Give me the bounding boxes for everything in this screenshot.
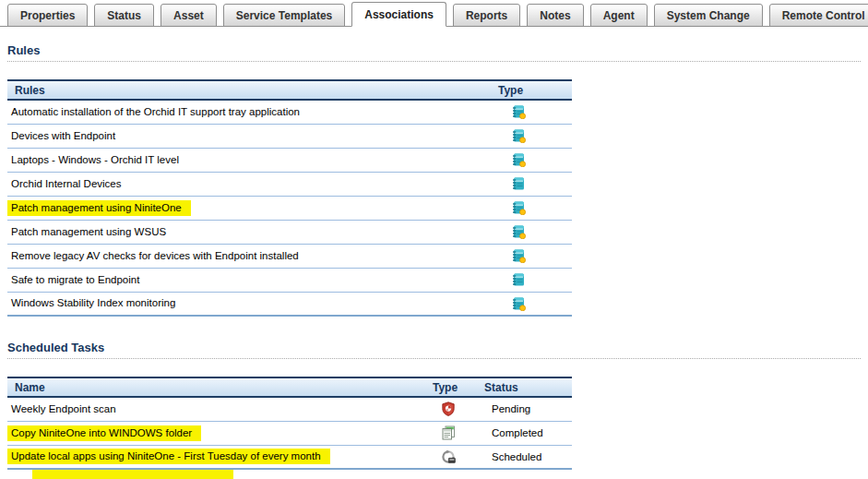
tab-bar: Properties Status Asset Service Template… <box>0 0 868 27</box>
rule-book-badged-icon <box>511 296 526 311</box>
tab-remote-control[interactable]: Remote Control <box>769 4 868 27</box>
rule-book-badged-icon <box>511 248 526 263</box>
section-divider <box>7 61 861 62</box>
task-name: Weekly Endpoint scan <box>7 401 125 417</box>
rule-name: Windows Stability Index monitoring <box>7 295 184 311</box>
task-status: Pending <box>480 397 572 421</box>
rules-section-heading: Rules <box>7 43 861 57</box>
table-row[interactable]: Laptops - Windows - Orchid IT level <box>7 148 572 172</box>
rule-book-badged-icon <box>511 200 526 215</box>
rule-book-badged-icon <box>511 152 526 167</box>
tab-reports[interactable]: Reports <box>453 4 520 27</box>
table-row[interactable]: Remove legacy AV checks for devices with… <box>7 244 572 268</box>
type-column-header: Type <box>426 377 480 397</box>
tasks-table-header-row: Name Type Status <box>7 377 572 397</box>
table-row[interactable]: Patch management using NiniteOne <box>7 196 572 220</box>
task-status: Scheduled <box>480 445 572 469</box>
tab-agent[interactable]: Agent <box>590 4 648 27</box>
table-row[interactable]: Devices with Endpoint <box>7 124 572 148</box>
table-row[interactable]: Copy NiniteOne into WINDOWS folder Compl… <box>7 421 572 445</box>
table-row[interactable]: Automatic installation of the Orchid IT … <box>7 100 572 124</box>
update-app-icon <box>441 449 456 464</box>
tab-service-templates[interactable]: Service Templates <box>223 4 346 27</box>
task-name-highlighted: Update local apps using NiniteOne - Firs… <box>7 449 330 464</box>
tab-properties[interactable]: Properties <box>7 4 88 27</box>
name-column-header: Name <box>7 377 426 397</box>
copy-documents-icon <box>441 425 456 440</box>
rule-name: Remove legacy AV checks for devices with… <box>7 248 308 264</box>
rule-name: Patch management using WSUS <box>7 224 175 240</box>
rule-book-badged-icon <box>511 104 526 119</box>
tab-notes[interactable]: Notes <box>527 4 583 27</box>
table-row[interactable]: Windows Stability Index monitoring <box>7 292 572 316</box>
scheduled-tasks-section-heading: Scheduled Tasks <box>7 341 861 354</box>
table-row[interactable]: Orchid Internal Devices <box>7 172 572 196</box>
task-name-highlighted: Copy NiniteOne into WINDOWS folder <box>7 425 201 441</box>
status-column-header: Status <box>480 377 572 397</box>
rule-name: Orchid Internal Devices <box>7 176 131 192</box>
rule-book-icon <box>511 272 526 287</box>
partial-highlight-row <box>32 470 233 479</box>
task-status: Completed <box>480 421 572 445</box>
rules-column-header: Rules <box>7 80 487 100</box>
rule-book-icon <box>511 176 526 191</box>
tab-system-change[interactable]: System Change <box>654 4 763 27</box>
rule-name-highlighted: Patch management using NiniteOne <box>7 200 191 216</box>
rule-name: Automatic installation of the Orchid IT … <box>7 104 309 120</box>
table-row[interactable]: Weekly Endpoint scan Pending <box>7 397 572 421</box>
rules-table: Rules Type Automatic installation of the… <box>7 79 572 317</box>
rule-name: Devices with Endpoint <box>7 128 125 144</box>
type-column-header: Type <box>487 80 572 100</box>
rule-name: Laptops - Windows - Orchid IT level <box>7 152 188 168</box>
scheduled-tasks-table: Name Type Status Weekly Endpoint scan Pe… <box>7 377 572 470</box>
tab-asset[interactable]: Asset <box>161 4 217 27</box>
table-row[interactable]: Patch management using WSUS <box>7 220 572 244</box>
rules-table-header-row: Rules Type <box>7 80 572 100</box>
rule-name: Safe to migrate to Endpoint <box>7 272 149 288</box>
rule-book-badged-icon <box>511 128 526 143</box>
shield-scan-icon <box>441 401 456 416</box>
tab-associations[interactable]: Associations <box>351 2 446 27</box>
section-divider <box>7 358 861 359</box>
table-row[interactable]: Safe to migrate to Endpoint <box>7 268 572 292</box>
tab-status[interactable]: Status <box>94 4 154 27</box>
table-row[interactable]: Update local apps using NiniteOne - Firs… <box>7 445 572 469</box>
rule-book-badged-icon <box>511 224 526 239</box>
